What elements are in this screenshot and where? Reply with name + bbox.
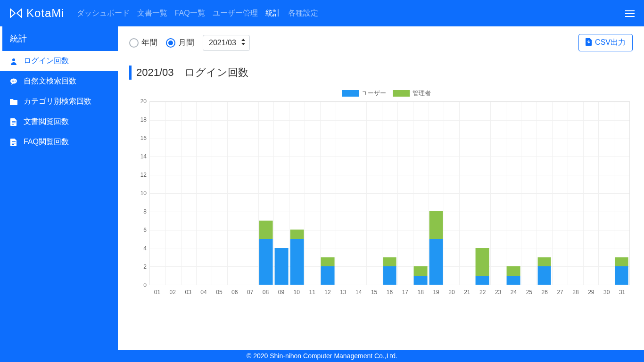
bar-seg-user <box>476 276 489 285</box>
bar-seg-admin <box>615 257 628 267</box>
x-tick: 13 <box>340 289 346 296</box>
svg-rect-6 <box>12 123 16 123</box>
nav-item-0[interactable]: ダッシュボード <box>77 8 130 18</box>
x-tick: 25 <box>526 289 532 296</box>
x-tick: 08 <box>263 289 269 296</box>
grid-line-h <box>150 193 629 194</box>
grid-line-v <box>429 102 429 285</box>
x-tick: 16 <box>387 289 393 296</box>
y-tick: 0 <box>143 282 147 288</box>
svg-rect-8 <box>12 141 16 142</box>
svg-rect-5 <box>12 121 16 122</box>
comment-icon <box>8 78 19 85</box>
sidebar-item-1[interactable]: 自然文検索回数 <box>0 71 118 91</box>
bar-seg-admin <box>429 211 443 239</box>
grid-line-v <box>568 102 568 285</box>
grid-line-h <box>150 212 629 212</box>
grid-line-v <box>243 102 243 285</box>
y-tick: 14 <box>140 153 147 160</box>
y-tick: 2 <box>143 263 147 270</box>
csv-export-button[interactable]: CSV出力 <box>578 34 633 51</box>
chart: 02468101214161820 0102030405060708091011… <box>133 101 633 299</box>
x-tick: 30 <box>603 289 610 296</box>
svg-point-0 <box>12 58 15 61</box>
x-tick: 02 <box>170 289 176 296</box>
grid-line-v <box>351 102 351 285</box>
chart-legend: ユーザー 管理者 <box>133 89 633 98</box>
folder-icon <box>8 99 19 105</box>
y-tick: 16 <box>140 135 147 141</box>
nav-item-1[interactable]: 文書一覧 <box>137 8 167 18</box>
bar-seg-admin <box>383 257 396 267</box>
grid-line-v <box>273 102 274 285</box>
grid-line-h <box>150 139 629 139</box>
radio-year[interactable]: 年間 <box>129 37 157 48</box>
bar-seg-user <box>274 248 288 285</box>
main-content: 年間 月間 2021/03 CSV出力 2021/03 ログイン回数 ユーザー … <box>118 26 644 350</box>
grid-line-h <box>150 156 629 157</box>
sidebar-item-label: FAQ閲覧回数 <box>24 137 69 147</box>
x-tick: 17 <box>402 289 408 296</box>
bar-seg-user <box>507 276 520 285</box>
grid-line-v <box>227 102 228 285</box>
legend-swatch-admin <box>393 90 410 97</box>
nav-item-3[interactable]: ユーザー管理 <box>213 8 258 18</box>
grid-line-v <box>289 102 289 285</box>
bar-seg-user <box>537 266 551 285</box>
x-tick: 19 <box>433 289 439 296</box>
bar-seg-admin <box>507 266 520 276</box>
grid-line-v <box>305 102 305 285</box>
nav-menu: ダッシュボード文書一覧FAQ一覧ユーザー管理統計各種設定 <box>73 8 322 18</box>
x-tick: 28 <box>572 289 578 296</box>
x-tick: 05 <box>216 289 222 296</box>
month-select[interactable]: 2021/03 <box>203 35 250 51</box>
grid-line-v <box>506 102 506 285</box>
grid-line-h <box>150 230 629 230</box>
sidebar-item-0[interactable]: ログイン回数 <box>0 51 118 71</box>
sidebar-item-label: ログイン回数 <box>24 56 69 66</box>
sidebar-item-2[interactable]: カテゴリ別検索回数 <box>0 91 118 112</box>
x-tick: 22 <box>479 289 486 296</box>
svg-point-3 <box>13 81 14 82</box>
radio-month-label: 月間 <box>178 37 194 48</box>
nav-item-5[interactable]: 各種設定 <box>288 8 318 18</box>
x-tick: 15 <box>371 289 377 296</box>
x-tick: 24 <box>511 289 517 296</box>
nav-item-2[interactable]: FAQ一覧 <box>175 8 205 18</box>
grid-line-v <box>552 102 553 285</box>
bar-seg-admin <box>259 221 273 239</box>
sidebar-item-4[interactable]: FAQ閲覧回数 <box>0 132 118 152</box>
grid-line-v <box>490 102 491 285</box>
csv-export-label: CSV出力 <box>595 38 626 48</box>
bar-seg-admin <box>414 266 428 276</box>
sidebar-item-3[interactable]: 文書閲覧回数 <box>0 112 118 132</box>
hamburger-menu-icon[interactable] <box>625 8 635 19</box>
x-tick: 18 <box>418 289 424 296</box>
x-tick: 20 <box>448 289 454 296</box>
bar-24 <box>507 266 520 285</box>
grid-line-v <box>366 102 367 285</box>
x-axis: 0102030405060708091011121314151617181920… <box>149 285 630 299</box>
y-tick: 18 <box>140 116 147 123</box>
file-export-icon <box>586 38 592 48</box>
grid-line-v <box>537 102 537 285</box>
top-navbar: KotaMi ダッシュボード文書一覧FAQ一覧ユーザー管理統計各種設定 <box>0 0 644 26</box>
x-tick: 29 <box>588 289 594 296</box>
grid-line-h <box>150 175 629 175</box>
grid-line-v <box>181 102 182 285</box>
bar-09 <box>274 248 288 285</box>
legend-swatch-user <box>342 90 359 97</box>
grid-line-h <box>150 248 629 248</box>
plot-area <box>149 101 630 285</box>
grid-line-v <box>459 102 460 285</box>
nav-item-4[interactable]: 統計 <box>265 8 281 18</box>
x-tick: 07 <box>247 289 253 296</box>
grid-line-v <box>382 102 382 285</box>
bar-seg-admin <box>476 248 489 276</box>
y-tick: 4 <box>143 245 147 252</box>
radio-month[interactable]: 月間 <box>166 37 194 48</box>
period-controls: 年間 月間 2021/03 CSV出力 <box>129 34 633 51</box>
grid-line-v <box>598 102 599 285</box>
grid-line-v <box>583 102 584 285</box>
x-tick: 04 <box>200 289 206 296</box>
